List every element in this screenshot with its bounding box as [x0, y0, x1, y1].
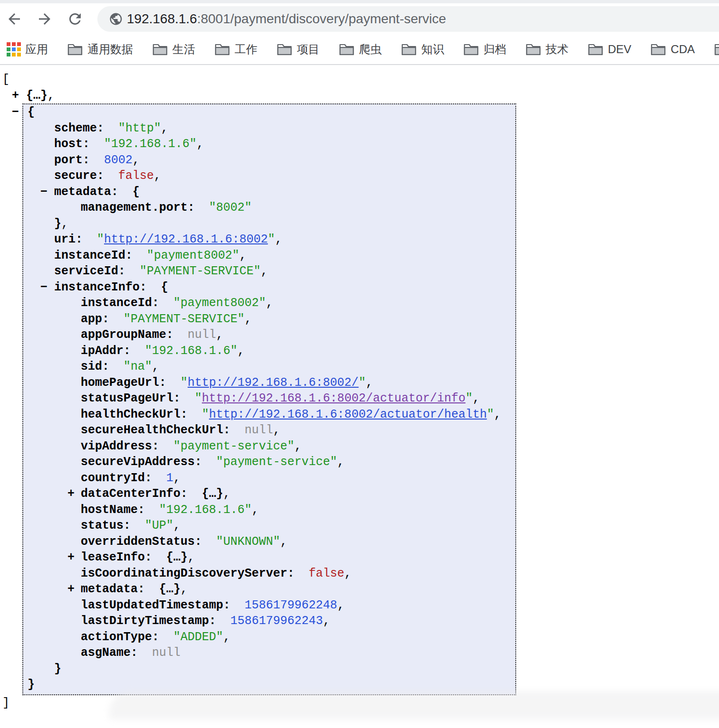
folder-icon — [214, 43, 230, 56]
json-string: "payment-service" — [216, 455, 337, 469]
json-key: serviceId: — [54, 264, 125, 278]
json-url-link[interactable]: http://192.168.1.6:8002 — [104, 233, 268, 246]
bookmark-folder[interactable]: 工作 — [214, 42, 257, 57]
json-brace: } — [54, 662, 61, 676]
json-viewer: [+{…}, −{scheme: "http",host: "192.168.1… — [0, 65, 719, 711]
json-line: healthCheckUrl: "http://192.168.1.6:8002… — [23, 407, 515, 423]
bookmark-label: 项目 — [297, 42, 320, 57]
forward-button[interactable] — [36, 10, 53, 28]
bookmark-folder[interactable]: 通用数据 — [67, 42, 133, 57]
folder-icon — [650, 43, 666, 56]
json-punctuation — [166, 376, 180, 390]
json-line: instanceId: "payment8002", — [23, 295, 515, 311]
json-punctuation — [216, 614, 230, 628]
json-line: lastUpdatedTimestamp: 1586179962248, — [23, 597, 515, 614]
json-punctuation: , — [337, 598, 344, 612]
collapse-toggle[interactable]: − — [40, 280, 47, 296]
collapse-toggle[interactable]: − — [40, 184, 47, 200]
json-array-open: [+{…}, — [0, 72, 719, 103]
expand-toggle[interactable]: + — [67, 581, 75, 597]
json-key: host: — [54, 137, 90, 151]
json-key: actionType: — [81, 630, 159, 644]
back-button[interactable] — [6, 10, 23, 28]
selected-json-object[interactable]: −{scheme: "http",host: "192.168.1.6",por… — [22, 103, 516, 695]
json-punctuation: , — [197, 137, 204, 151]
expand-toggle[interactable]: + — [12, 88, 19, 104]
bookmark-folder[interactable]: CDA — [650, 43, 695, 56]
json-punctuation: , — [266, 296, 273, 310]
json-key: metadata: — [81, 582, 145, 596]
json-line: scheme: "http", — [23, 121, 515, 137]
json-key: secure: — [54, 169, 104, 183]
json-string: " — [202, 408, 209, 421]
json-line: secureHealthCheckUrl: null, — [23, 422, 515, 439]
json-line: instanceId: "payment8002", — [23, 248, 515, 264]
bookmark-folder[interactable]: 项目 — [276, 42, 320, 57]
json-punctuation: , — [337, 455, 344, 469]
json-line: homePageUrl: "http://192.168.1.6:8002/", — [23, 375, 515, 391]
reload-button[interactable] — [66, 10, 84, 28]
json-brace: {…} — [202, 487, 223, 501]
json-punctuation — [109, 360, 123, 373]
json-punctuation — [125, 264, 140, 278]
json-punctuation: , — [275, 233, 282, 246]
json-line: vipAddress: "payment-service", — [23, 439, 515, 455]
json-punctuation — [230, 598, 245, 612]
json-url-link[interactable]: http://192.168.1.6:8002/ — [188, 376, 359, 390]
url-text: 192.168.1.6:8001/payment/discovery/payme… — [127, 6, 446, 32]
apps-grid-icon — [7, 42, 21, 56]
bookmark-folder[interactable]: 技术 — [525, 42, 568, 57]
bookmark-label: 生活 — [172, 42, 195, 57]
json-brace: {…} — [166, 551, 188, 564]
collapse-toggle[interactable]: − — [12, 104, 19, 121]
bookmark-folder[interactable]: 知识 — [401, 42, 444, 57]
bookmark-folder[interactable]: 生活 — [152, 42, 195, 57]
json-key: management.port: — [81, 201, 195, 215]
json-null: null — [188, 328, 216, 342]
bookmark-label: 应用 — [25, 42, 48, 57]
json-punctuation: , — [239, 249, 246, 262]
json-string: "UNKNOWN" — [216, 535, 280, 549]
json-url-link-visited[interactable]: http://192.168.1.6:8002/actuator/info — [202, 392, 465, 405]
folder-icon — [463, 43, 479, 56]
json-line: countryId: 1, — [23, 470, 515, 486]
json-key: homePageUrl: — [81, 376, 166, 390]
json-brace: } — [28, 678, 35, 691]
folder-icon — [152, 43, 168, 56]
json-punctuation — [118, 185, 132, 199]
url-path: :8001/payment/discovery/payment-service — [197, 11, 446, 26]
json-line: app: "PAYMENT-SERVICE", — [23, 311, 515, 327]
bookmark-apps[interactable]: 应用 — [7, 42, 48, 57]
bookmark-folder[interactable]: DEV — [587, 43, 631, 56]
json-punctuation: , — [216, 328, 223, 342]
json-string: " — [180, 376, 188, 390]
json-line: hostName: "192.168.1.6", — [23, 502, 515, 518]
bookmark-folder[interactable]: 爬虫 — [339, 42, 382, 57]
address-bar[interactable]: 192.168.1.6:8001/payment/discovery/payme… — [97, 6, 719, 32]
folder-icon — [525, 43, 541, 56]
json-string: "http" — [118, 121, 161, 135]
json-brace: { — [132, 185, 140, 199]
json-line: serviceId: "PAYMENT-SERVICE", — [23, 263, 515, 280]
expand-toggle[interactable]: + — [67, 550, 75, 566]
json-key: asgName: — [81, 646, 138, 660]
json-punctuation: ] — [2, 696, 9, 710]
json-punctuation — [131, 519, 145, 532]
json-punctuation: , — [223, 630, 230, 644]
json-string: "ADDED" — [173, 630, 223, 644]
bookmark-folder[interactable]: 归档 — [463, 42, 506, 57]
json-punctuation: , — [154, 169, 161, 183]
json-punctuation: , — [180, 582, 188, 596]
json-url-link[interactable]: http://192.168.1.6:8002/actuator/health — [209, 408, 487, 421]
json-punctuation: , — [280, 535, 287, 549]
json-string: "PAYMENT-SERVICE" — [123, 312, 245, 326]
json-key: secureVipAddress: — [81, 455, 202, 469]
json-key: port: — [54, 153, 90, 167]
site-info-globe-icon[interactable] — [109, 12, 123, 26]
folder-icon — [587, 43, 604, 56]
bookmark-folder-partial[interactable] — [714, 43, 719, 56]
json-line: lastDirtyTimestamp: 1586179962243, — [23, 613, 515, 629]
json-key: lastDirtyTimestamp: — [81, 614, 216, 628]
expand-toggle[interactable]: + — [67, 486, 75, 502]
json-punctuation — [159, 439, 173, 453]
